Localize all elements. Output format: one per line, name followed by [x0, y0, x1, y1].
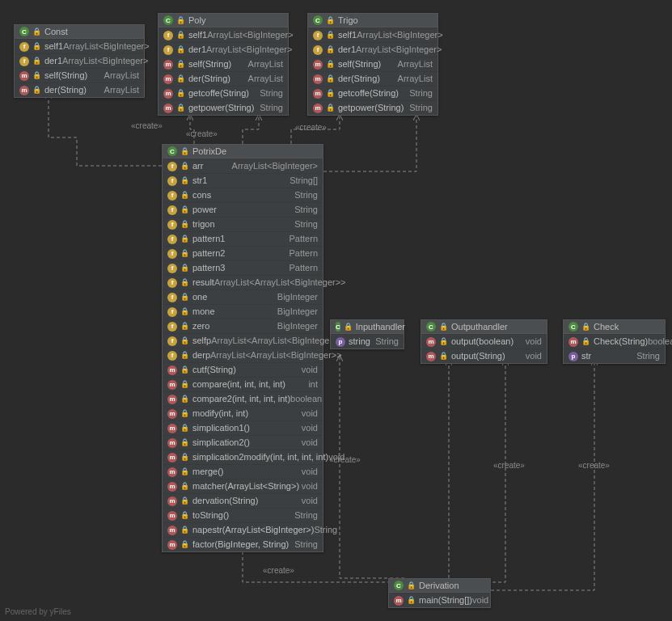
stereotype-label: «create» [131, 121, 163, 130]
class-poly[interactable]: C🔒Poly f🔒self1ArrayList<BigInteger> f🔒de… [158, 13, 289, 116]
stereotype-label: «create» [295, 123, 327, 132]
field-row: f🔒pattern3Pattern [163, 260, 323, 275]
field-row: f🔒oneBigInteger [163, 289, 323, 304]
field-row: f🔒str1String[] [163, 173, 323, 188]
method-row: m🔒modify(int, int)void [163, 406, 323, 420]
stereotype-label: «create» [263, 566, 294, 575]
uml-canvas: «create» «create» «create» «create» «cre… [0, 0, 672, 621]
class-title: PotrixDe [192, 146, 226, 156]
field-row: f🔒pattern1Pattern [163, 231, 323, 246]
method-row: m🔒merge()void [163, 464, 323, 479]
class-potrixde[interactable]: C🔒PotrixDe f🔒arrArrayList<BigInteger>f🔒s… [162, 144, 323, 552]
field-row: f🔒arrArrayList<BigInteger> [163, 158, 323, 173]
method-row: m🔒compare(int, int, int, int)int [163, 377, 323, 391]
method-row: m🔒napestr(ArrayList<BigInteger>)String [163, 522, 323, 537]
stereotype-label: «create» [578, 461, 610, 470]
field-row: f🔒zeroBigInteger [163, 319, 323, 333]
field-row: f🔒trigonString [163, 217, 323, 231]
field-row: f🔒powerString [163, 202, 323, 217]
method-row: m🔒compare2(int, int, int, int)boolean [163, 391, 323, 406]
class-outputhandler[interactable]: C🔒Outputhandler m🔒output(boolean)void m🔒… [421, 319, 547, 364]
method-row: m🔒dervation(String)void [163, 493, 323, 508]
class-title: Check [594, 322, 619, 332]
method-row: m🔒toString()String [163, 508, 323, 522]
method-row: m🔒simplication2modify(int, int, int, int… [163, 450, 323, 464]
class-trigo[interactable]: C🔒Trigo f🔒self1ArrayList<BigInteger> f🔒d… [307, 13, 438, 116]
class-check[interactable]: C🔒Check m🔒Check(String)boolean pstrStrin… [563, 319, 666, 364]
method-row: m🔒matcher(ArrayList<String>)void [163, 479, 323, 493]
class-inputhandler[interactable]: C🔒Inputhandler pstringString [330, 319, 404, 349]
field-row: f🔒selfpArrayList<ArrayList<BigInteger>> [163, 333, 323, 348]
field-row: f🔒derpArrayList<ArrayList<BigInteger>> [163, 348, 323, 362]
class-title: Outputhandler [451, 322, 508, 332]
method-row: m🔒cutf(String)void [163, 362, 323, 377]
class-derivation[interactable]: C🔒Derivation m🔒main(String[])void [388, 578, 491, 608]
stereotype-label: «create» [186, 129, 218, 138]
field-row: f🔒moneBigInteger [163, 304, 323, 319]
powered-by: Powered by yFiles [5, 607, 71, 616]
class-title: Trigo [338, 15, 358, 25]
field-row: f🔒pattern2Pattern [163, 246, 323, 260]
field-row: f🔒consString [163, 188, 323, 202]
method-row: m🔒simplication2()void [163, 435, 323, 450]
method-row: m🔒simplication1()void [163, 420, 323, 435]
class-const[interactable]: C🔒Const f🔒self1ArrayList<BigInteger> f🔒d… [14, 24, 145, 98]
class-title: Const [44, 27, 68, 36]
field-row: f🔒resultArrayList<ArrayList<BigInteger>> [163, 275, 323, 289]
stereotype-label: «create» [493, 461, 525, 470]
class-title: Derivation [419, 581, 459, 590]
class-title: Poly [188, 15, 205, 25]
method-row: m🔒factor(BigInteger, String)String [163, 537, 323, 551]
class-title: Inputhandler [356, 322, 405, 332]
